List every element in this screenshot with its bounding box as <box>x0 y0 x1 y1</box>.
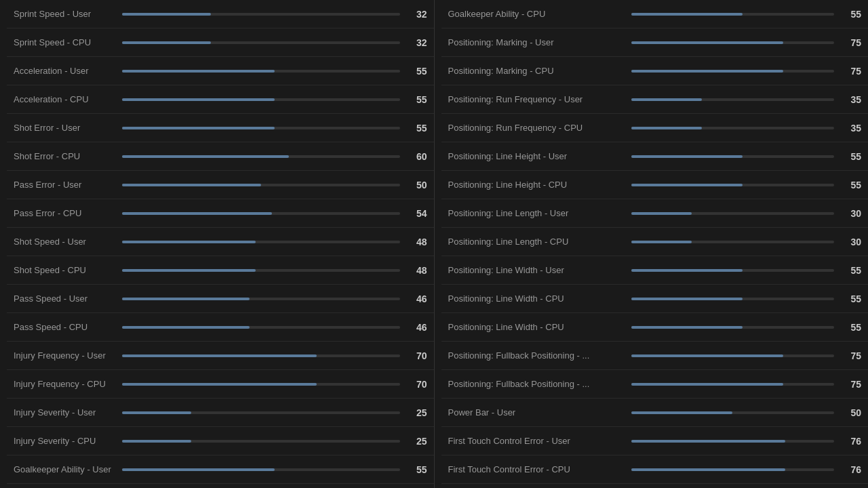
setting-value: 75 <box>841 37 861 48</box>
slider-track[interactable] <box>631 41 835 44</box>
settings-row[interactable]: Sprint Speed - User32 <box>7 0 434 28</box>
slider-fill <box>122 184 261 186</box>
slider-track[interactable] <box>122 13 400 16</box>
settings-row[interactable]: First Touch Control Error - CPU76 <box>441 455 869 484</box>
slider-fill <box>122 411 191 414</box>
setting-value: 30 <box>841 237 861 247</box>
slider-track[interactable] <box>122 440 400 443</box>
setting-value: 35 <box>841 123 861 134</box>
settings-row[interactable]: Sprint Speed - CPU32 <box>7 28 434 57</box>
slider-fill <box>122 13 211 16</box>
slider-track[interactable] <box>631 13 835 16</box>
slider-fill <box>631 269 743 272</box>
settings-row[interactable]: Pass Speed - User46 <box>7 285 434 313</box>
setting-label: Positioning: Line Width - CPU <box>448 322 625 332</box>
slider-track[interactable] <box>122 70 400 73</box>
slider-track[interactable] <box>631 326 835 329</box>
setting-label: Positioning: Line Height - User <box>448 151 625 161</box>
slider-track[interactable] <box>631 354 835 357</box>
settings-row[interactable]: Positioning: Marking - User75 <box>441 28 869 57</box>
setting-label: Positioning: Run Frequency - User <box>448 94 625 104</box>
slider-fill <box>631 41 784 44</box>
setting-value: 60 <box>407 151 427 162</box>
slider-track[interactable] <box>122 326 400 329</box>
slider-track[interactable] <box>122 269 400 272</box>
setting-label: Injury Frequency - CPU <box>14 379 106 389</box>
settings-row[interactable]: Shot Speed - CPU48 <box>7 256 434 285</box>
slider-track[interactable] <box>122 298 400 300</box>
left-column: Sprint Speed - User32Sprint Speed - CPU3… <box>0 0 435 488</box>
slider-track[interactable] <box>122 155 400 158</box>
settings-row[interactable]: Positioning: Line Width - CPU55 <box>441 313 869 342</box>
slider-track[interactable] <box>122 411 400 414</box>
slider-fill <box>631 70 784 73</box>
setting-value: 55 <box>407 66 427 77</box>
settings-row[interactable]: Injury Frequency - User70 <box>7 342 434 370</box>
settings-row[interactable]: Positioning: Line Length - CPU30 <box>441 228 869 256</box>
slider-track[interactable] <box>631 411 835 414</box>
slider-fill <box>631 468 786 471</box>
settings-row[interactable]: Positioning: Line Length - User30 <box>441 199 869 228</box>
setting-value: 54 <box>407 208 427 219</box>
slider-track[interactable] <box>631 155 835 158</box>
slider-fill <box>631 212 692 215</box>
setting-value: 50 <box>407 180 427 190</box>
slider-fill <box>631 184 743 186</box>
settings-row[interactable]: Injury Frequency - CPU70 <box>7 370 434 399</box>
slider-track[interactable] <box>631 241 835 243</box>
setting-label: Positioning: Fullback Positioning - ... <box>448 350 625 361</box>
slider-track[interactable] <box>122 468 400 471</box>
settings-row[interactable]: Pass Error - CPU54 <box>7 199 434 228</box>
settings-row[interactable]: Positioning: Run Frequency - CPU35 <box>441 114 869 142</box>
slider-track[interactable] <box>631 127 835 129</box>
settings-row[interactable]: Injury Severity - CPU25 <box>7 427 434 455</box>
setting-label: Injury Severity - User <box>14 407 96 418</box>
settings-row[interactable]: Acceleration - User55 <box>7 57 434 85</box>
slider-track[interactable] <box>122 383 400 386</box>
slider-track[interactable] <box>631 269 835 272</box>
slider-track[interactable] <box>122 241 400 243</box>
slider-track[interactable] <box>631 184 835 186</box>
setting-value: 76 <box>841 436 861 447</box>
settings-row[interactable]: First Touch Control Error - User76 <box>441 427 869 455</box>
setting-label: Injury Severity - CPU <box>14 436 96 446</box>
settings-row[interactable]: Injury Severity - User25 <box>7 399 434 427</box>
slider-fill <box>631 241 692 243</box>
slider-track[interactable] <box>122 41 400 44</box>
slider-track[interactable] <box>122 354 400 357</box>
slider-track[interactable] <box>631 468 835 471</box>
slider-track[interactable] <box>631 212 835 215</box>
settings-row[interactable]: Goalkeeper Ability - CPU55 <box>441 0 869 28</box>
setting-label: Injury Frequency - User <box>14 350 106 361</box>
settings-row[interactable]: Acceleration - CPU55 <box>7 85 434 114</box>
settings-row[interactable]: Shot Error - CPU60 <box>7 142 434 171</box>
slider-fill <box>631 354 784 357</box>
slider-track[interactable] <box>631 70 835 73</box>
settings-row[interactable]: Positioning: Run Frequency - User35 <box>441 85 869 114</box>
settings-row[interactable]: Pass Error - User50 <box>7 171 434 199</box>
slider-track[interactable] <box>631 440 835 443</box>
settings-row[interactable]: Positioning: Fullback Positioning - ...7… <box>441 370 869 399</box>
slider-track[interactable] <box>631 383 835 386</box>
slider-track[interactable] <box>122 212 400 215</box>
settings-row[interactable]: Pass Speed - CPU46 <box>7 313 434 342</box>
slider-track[interactable] <box>631 298 835 300</box>
setting-value: 50 <box>841 407 861 418</box>
slider-track[interactable] <box>122 127 400 129</box>
slider-track[interactable] <box>631 98 835 101</box>
slider-track[interactable] <box>122 184 400 186</box>
settings-row[interactable]: Positioning: Line Width - CPU55 <box>441 285 869 313</box>
slider-fill <box>122 127 275 129</box>
settings-row[interactable]: Positioning: Line Height - CPU55 <box>441 171 869 199</box>
settings-row[interactable]: Positioning: Line Width - User55 <box>441 256 869 285</box>
settings-row[interactable]: Goalkeeper Ability - User55 <box>7 455 434 484</box>
slider-fill <box>631 326 743 329</box>
settings-row[interactable]: Positioning: Marking - CPU75 <box>441 57 869 85</box>
settings-row[interactable]: Shot Error - User55 <box>7 114 434 142</box>
settings-row[interactable]: Positioning: Fullback Positioning - ...7… <box>441 342 869 370</box>
setting-value: 75 <box>841 379 861 390</box>
settings-row[interactable]: Shot Speed - User48 <box>7 228 434 256</box>
settings-row[interactable]: Positioning: Line Height - User55 <box>441 142 869 171</box>
settings-row[interactable]: Power Bar - User50 <box>441 399 869 427</box>
slider-track[interactable] <box>122 98 400 101</box>
